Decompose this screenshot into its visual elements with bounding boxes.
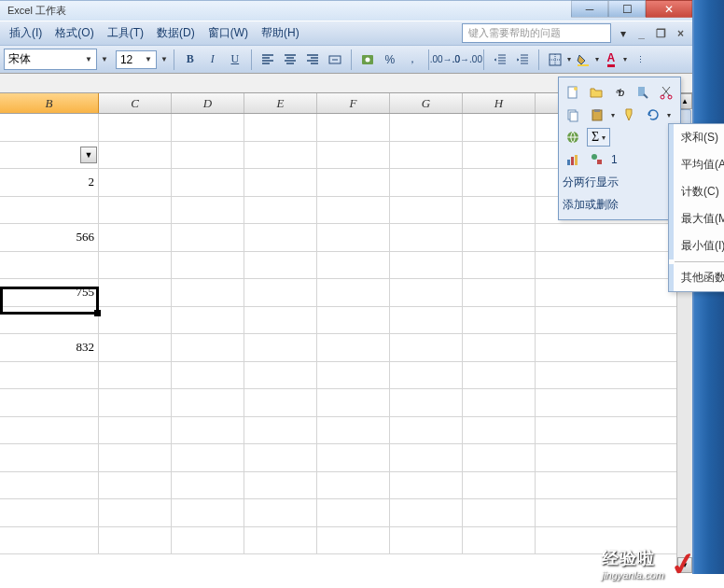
cell[interactable]: [390, 499, 463, 526]
cell[interactable]: [463, 224, 536, 251]
cell[interactable]: [172, 252, 244, 279]
cell[interactable]: [244, 499, 317, 526]
cell[interactable]: [463, 334, 536, 361]
cell[interactable]: [0, 362, 99, 389]
cell[interactable]: [463, 389, 536, 416]
cell[interactable]: [390, 252, 463, 279]
cell[interactable]: [463, 169, 536, 196]
cell-value[interactable]: 832: [0, 334, 99, 361]
cell[interactable]: [172, 362, 244, 389]
cell[interactable]: [463, 527, 536, 554]
format-painter-icon[interactable]: [619, 105, 639, 124]
undo-dropdown-icon[interactable]: ▾: [667, 111, 671, 119]
cell[interactable]: [463, 472, 536, 499]
cell[interactable]: [99, 362, 172, 389]
cell[interactable]: [0, 307, 99, 334]
cell[interactable]: [99, 472, 172, 499]
cell[interactable]: [0, 499, 99, 526]
cell[interactable]: [317, 417, 390, 444]
cell[interactable]: [172, 114, 244, 141]
cell[interactable]: [536, 389, 692, 416]
cell[interactable]: [0, 444, 99, 471]
cell[interactable]: [390, 307, 463, 334]
doc-minimize-icon[interactable]: _: [635, 27, 647, 40]
cell[interactable]: [244, 279, 317, 306]
cell[interactable]: [99, 417, 172, 444]
drawing-icon[interactable]: [587, 150, 607, 169]
permission-icon[interactable]: ᵃb: [609, 83, 629, 102]
cell[interactable]: [172, 307, 244, 334]
font-color-dropdown-icon[interactable]: ▾: [623, 55, 627, 63]
chart-icon[interactable]: [563, 150, 583, 169]
cell[interactable]: [390, 389, 463, 416]
cell[interactable]: [317, 142, 390, 169]
cell[interactable]: [0, 197, 99, 224]
cell[interactable]: [0, 417, 99, 444]
col-header-g[interactable]: G: [390, 93, 463, 113]
increase-indent-button[interactable]: [512, 49, 533, 70]
col-header-e[interactable]: E: [244, 93, 317, 113]
cell[interactable]: [172, 142, 244, 169]
cell[interactable]: [244, 307, 317, 334]
cell[interactable]: [0, 472, 99, 499]
border-dropdown-icon[interactable]: ▾: [567, 55, 571, 63]
undo-icon[interactable]: [643, 105, 663, 124]
hyperlink-icon[interactable]: [563, 128, 583, 147]
cell[interactable]: [172, 444, 244, 471]
cell-value[interactable]: 2: [0, 169, 99, 196]
cell[interactable]: [99, 279, 172, 306]
cell[interactable]: [463, 444, 536, 471]
cell[interactable]: [390, 417, 463, 444]
col-header-b[interactable]: B: [0, 93, 99, 113]
cell[interactable]: [99, 389, 172, 416]
cell[interactable]: [244, 142, 317, 169]
menu-min[interactable]: 最小值(I): [669, 232, 724, 259]
cell[interactable]: [244, 527, 317, 554]
cell[interactable]: [317, 499, 390, 526]
cell[interactable]: [172, 499, 244, 526]
cell[interactable]: [536, 472, 692, 499]
minimize-button[interactable]: ─: [571, 0, 608, 18]
cell[interactable]: [463, 279, 536, 306]
cell[interactable]: [463, 307, 536, 334]
paste-icon[interactable]: [587, 105, 607, 124]
cell[interactable]: [244, 444, 317, 471]
cell[interactable]: [244, 252, 317, 279]
italic-button[interactable]: I: [202, 49, 223, 70]
cell[interactable]: [172, 389, 244, 416]
menu-window[interactable]: 窗口(W): [202, 22, 254, 44]
panel-add-label[interactable]: 添加或删除: [563, 197, 619, 213]
cell[interactable]: [317, 224, 390, 251]
help-dropdown-icon[interactable]: ▾: [620, 27, 634, 40]
cell[interactable]: [463, 142, 536, 169]
doc-restore-icon[interactable]: ❐: [653, 27, 669, 40]
cell[interactable]: [317, 334, 390, 361]
align-center-button[interactable]: [280, 49, 300, 70]
cell[interactable]: [390, 114, 463, 141]
cell[interactable]: [99, 444, 172, 471]
cell[interactable]: [390, 224, 463, 251]
fill-handle[interactable]: [94, 310, 101, 316]
cell[interactable]: [463, 197, 536, 224]
cell-value[interactable]: 755: [0, 279, 99, 306]
cell[interactable]: [390, 527, 463, 554]
cell[interactable]: [317, 279, 390, 306]
cell[interactable]: [390, 169, 463, 196]
align-right-button[interactable]: [302, 49, 323, 70]
cell[interactable]: [536, 307, 692, 334]
font-select[interactable]: 宋体▼: [4, 49, 97, 70]
paste-dropdown-icon[interactable]: ▾: [611, 111, 615, 119]
cell[interactable]: [0, 252, 99, 279]
cell[interactable]: [172, 279, 244, 306]
cell[interactable]: [317, 114, 390, 141]
cell[interactable]: [244, 389, 317, 416]
cell-value[interactable]: 566: [0, 224, 99, 251]
cell[interactable]: [317, 389, 390, 416]
fill-color-dropdown-icon[interactable]: ▾: [595, 55, 599, 63]
cell[interactable]: [172, 472, 244, 499]
cell[interactable]: [390, 334, 463, 361]
border-button[interactable]: [545, 49, 565, 70]
cell[interactable]: [390, 279, 463, 306]
cell[interactable]: [172, 224, 244, 251]
cell[interactable]: [99, 224, 172, 251]
